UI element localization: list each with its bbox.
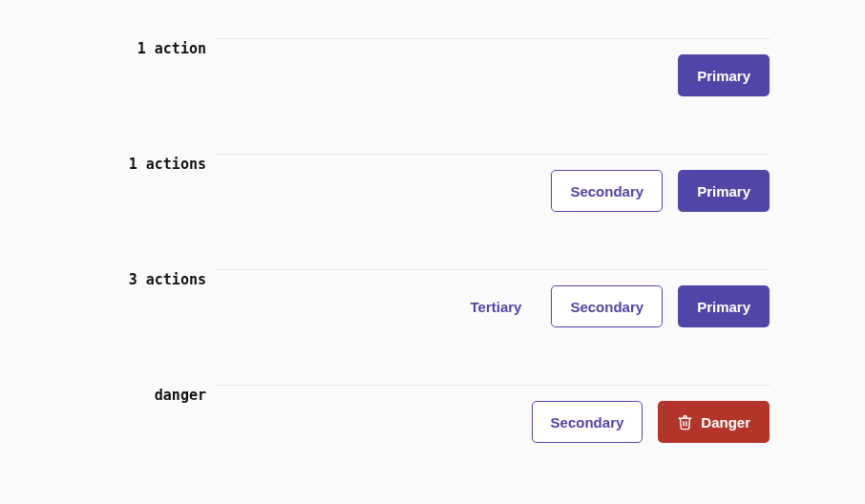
button-label: Primary xyxy=(697,69,750,83)
example-row-1-action: 1 action Primary xyxy=(95,38,770,96)
secondary-button[interactable]: Secondary xyxy=(551,170,663,212)
secondary-button[interactable]: Secondary xyxy=(551,285,663,327)
button-label: Primary xyxy=(697,300,750,314)
primary-button[interactable]: Primary xyxy=(678,285,770,327)
row-content: Secondary Danger xyxy=(216,385,770,443)
example-row-danger: danger Secondary Danger xyxy=(95,385,770,443)
trash-icon xyxy=(677,414,693,430)
danger-button[interactable]: Danger xyxy=(658,401,770,443)
row-label: danger xyxy=(95,385,206,443)
row-content: Tertiary Secondary Primary xyxy=(216,269,770,327)
tertiary-button[interactable]: Tertiary xyxy=(456,285,537,327)
example-row-2-actions: 1 actions Secondary Primary xyxy=(95,154,770,212)
row-content: Secondary Primary xyxy=(216,154,770,212)
button-label: Danger xyxy=(701,415,750,430)
button-label: Secondary xyxy=(570,300,643,314)
secondary-button[interactable]: Secondary xyxy=(532,401,643,443)
button-label: Primary xyxy=(697,184,750,199)
row-label: 1 action xyxy=(95,38,206,96)
example-row-3-actions: 3 actions Tertiary Secondary Primary xyxy=(95,269,770,327)
primary-button[interactable]: Primary xyxy=(678,54,770,96)
primary-button[interactable]: Primary xyxy=(678,170,770,212)
row-content: Primary xyxy=(216,38,770,96)
button-label: Secondary xyxy=(570,184,643,199)
button-label: Secondary xyxy=(551,415,624,430)
button-label: Tertiary xyxy=(471,300,522,314)
row-label: 3 actions xyxy=(95,269,206,327)
row-label: 1 actions xyxy=(95,154,206,212)
